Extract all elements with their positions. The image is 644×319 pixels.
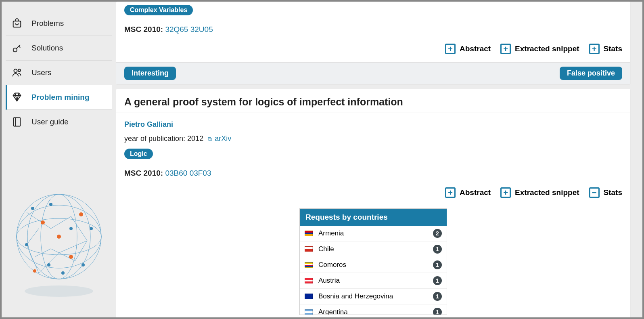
country-row: Bosnia and Herzegovina1 [300,289,447,304]
expand-row: +Abstract +Extracted snippet −Stats [124,184,622,203]
sidebar-item-problem-mining[interactable]: Problem mining [6,85,112,110]
msc-row: MSC 2010: 03B60 03F03 [124,169,622,178]
pub-prefix: year of publication: [124,134,187,143]
svg-point-3 [18,69,21,71]
plus-icon: + [589,44,600,54]
flag-chile-icon [305,246,313,252]
sidebar-item-user-guide[interactable]: User guide [6,110,112,134]
book-icon [11,116,23,128]
msc-code-link[interactable]: 32Q65 [165,25,188,34]
author-link[interactable]: Pietro Galliani [116,113,630,129]
svg-rect-4 [14,118,20,126]
expand-stats[interactable]: +Stats [589,44,622,54]
flag-argentina-icon [305,309,313,315]
svg-point-12 [57,235,61,239]
expand-snippet[interactable]: +Extracted snippet [500,187,579,198]
msc-row: MSC 2010: 32Q65 32U05 [124,25,622,34]
plus-icon: + [500,44,511,54]
svg-point-17 [31,207,34,210]
paper-title: A general proof system for logics of imp… [116,89,630,113]
flag-bosnia-icon [305,294,313,299]
sidebar-item-users[interactable]: Users [6,61,112,85]
country-row: Comoros1 [300,257,447,273]
main-content: Complex Variables MSC 2010: 32Q65 32U05 … [116,2,642,317]
svg-point-20 [82,263,85,267]
msc-label: MSC 2010: [124,25,163,34]
svg-point-13 [41,220,45,225]
sidebar-label: Users [31,68,52,77]
external-link-icon: ⧉ [208,136,212,143]
expand-snippet[interactable]: +Extracted snippet [500,44,579,54]
msc-label: MSC 2010: [124,169,163,177]
svg-point-15 [69,255,73,259]
sidebar-item-solutions[interactable]: Solutions [6,36,112,61]
sidebar-label: User guide [31,118,69,126]
minus-icon: − [589,187,600,198]
svg-point-23 [69,227,73,230]
country-row: Argentina1 [300,304,447,315]
count-badge: 1 [433,276,442,285]
plus-icon: + [500,187,511,198]
category-tag[interactable]: Complex Variables [124,5,193,15]
stats-body[interactable]: Armenia2 Chile1 Comoros1 Austria1 Bosnia… [300,226,447,315]
expand-abstract[interactable]: +Abstract [445,44,491,54]
count-badge: 1 [433,260,442,269]
category-tag[interactable]: Logic [124,149,153,159]
arxiv-link[interactable]: arXiv [215,134,231,143]
plus-icon: + [445,187,456,198]
sidebar-label: Solutions [31,44,63,52]
svg-point-24 [61,271,65,275]
diamond-icon [11,92,23,103]
card-footer: Interesting False positive [116,62,630,84]
count-badge: 1 [433,308,442,315]
svg-point-14 [79,212,83,216]
svg-point-6 [25,285,93,297]
msc-code-link[interactable]: 03F03 [190,169,211,177]
users-icon [11,67,23,78]
msc-code-link[interactable]: 32U05 [190,25,213,34]
svg-point-18 [49,203,52,206]
globe-illustration [6,172,112,313]
sidebar: Problems Solutions Users Problem mining … [2,2,116,317]
svg-rect-0 [13,21,21,27]
interesting-button[interactable]: Interesting [124,67,176,80]
svg-point-1 [13,48,17,52]
stats-panel: Requests by countries Armenia2 Chile1 Co… [299,208,447,315]
collapse-stats[interactable]: −Stats [589,187,622,198]
flag-austria-icon [305,278,313,283]
flag-armenia-icon [305,231,313,236]
flag-comoros-icon [305,262,313,268]
country-row: Austria1 [300,273,447,289]
result-card-2: A general proof system for logics of imp… [116,89,630,317]
expand-row: +Abstract +Extracted snippet +Stats [124,40,622,59]
svg-point-16 [33,269,36,273]
stats-header: Requests by countries [300,209,447,226]
false-positive-button[interactable]: False positive [560,67,622,80]
sidebar-item-problems[interactable]: Problems [6,11,112,36]
pub-year: 2012 [187,134,203,143]
msc-code-link[interactable]: 03B60 [165,169,187,177]
publication-line: year of publication: 2012 ⧉ arXiv [116,129,630,145]
plus-icon: + [445,44,456,54]
key-icon [11,42,23,54]
country-row: Armenia2 [300,226,447,241]
svg-point-2 [14,69,17,72]
sidebar-label: Problem mining [31,93,90,102]
count-badge: 2 [433,229,442,238]
country-row: Chile1 [300,241,447,257]
expand-abstract[interactable]: +Abstract [445,187,491,198]
result-card-1: Complex Variables MSC 2010: 32Q65 32U05 … [116,2,630,84]
count-badge: 1 [433,245,442,254]
bag-icon [11,18,23,29]
svg-point-22 [25,243,28,246]
svg-point-19 [90,227,93,230]
svg-point-21 [47,263,50,267]
sidebar-label: Problems [31,19,64,28]
count-badge: 1 [433,292,442,301]
